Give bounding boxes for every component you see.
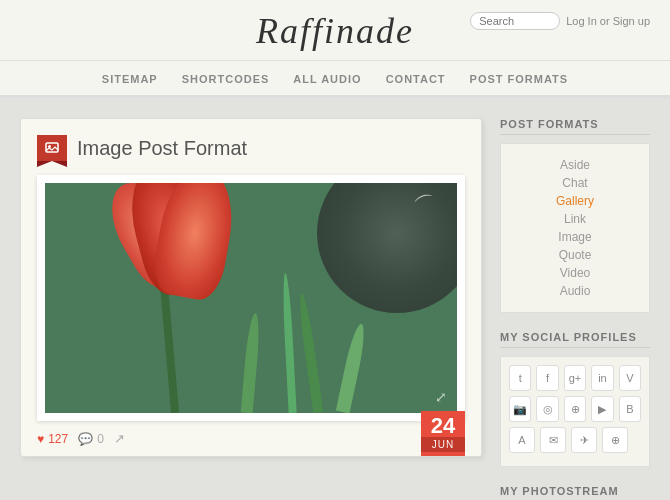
format-gallery[interactable]: Gallery bbox=[501, 192, 649, 210]
photostream-section: MY PHOTOSTREAM bbox=[500, 485, 650, 500]
date-badge: 24 JUN bbox=[421, 411, 465, 456]
date-day: 24 bbox=[421, 415, 465, 437]
format-aside[interactable]: Aside bbox=[501, 156, 649, 174]
linkedin-btn[interactable]: in bbox=[591, 365, 613, 391]
youtube-btn[interactable]: ▶ bbox=[591, 396, 613, 422]
telegram-btn[interactable]: ✈ bbox=[571, 427, 597, 453]
comments-count: 0 bbox=[97, 432, 104, 446]
social-grid: t f g+ in V 📷 ◎ ⊕ ▶ B A bbox=[500, 356, 650, 467]
svg-point-1 bbox=[48, 145, 51, 148]
header: Log In or Sign up Raffinade SITEMAP SHOR… bbox=[0, 0, 670, 98]
post-formats-section: POST FORMATS Aside Chat Gallery Link Ima… bbox=[500, 118, 650, 313]
signup-link[interactable]: Sign up bbox=[613, 15, 650, 27]
social-row-1: t f g+ in V bbox=[509, 365, 641, 391]
photostream-title: MY PHOTOSTREAM bbox=[500, 485, 650, 500]
expand-icon[interactable]: ⤢ bbox=[435, 389, 447, 405]
social-profiles-section: MY SOCIAL PROFILES t f g+ in V 📷 ◎ ⊕ ▶ bbox=[500, 331, 650, 467]
format-image[interactable]: Image bbox=[501, 228, 649, 246]
image-icon bbox=[45, 141, 59, 155]
format-chat[interactable]: Chat bbox=[501, 174, 649, 192]
twitter-btn[interactable]: t bbox=[509, 365, 531, 391]
social-row-3: A ✉ ✈ ⊕ bbox=[509, 427, 641, 453]
flickr-btn[interactable]: ⊕ bbox=[564, 396, 586, 422]
nav-post-formats[interactable]: POST FORMATS bbox=[470, 73, 569, 85]
date-month: JUN bbox=[421, 437, 465, 452]
post-card: Image Post Format bbox=[20, 118, 482, 457]
photo-frame: ⌒ ⤢ bbox=[37, 175, 465, 421]
sidebar: POST FORMATS Aside Chat Gallery Link Ima… bbox=[500, 118, 650, 500]
post-formats-title: POST FORMATS bbox=[500, 118, 650, 135]
auth-links: Log In or Sign up bbox=[566, 15, 650, 27]
auth-separator: or bbox=[600, 15, 610, 27]
post-title: Image Post Format bbox=[77, 137, 247, 160]
search-input[interactable] bbox=[470, 12, 560, 30]
nav-all-audio[interactable]: ALL AUDIO bbox=[293, 73, 361, 85]
likes[interactable]: ♥ 127 bbox=[37, 432, 68, 446]
social-row-2: 📷 ◎ ⊕ ▶ B bbox=[509, 396, 641, 422]
format-quote[interactable]: Quote bbox=[501, 246, 649, 264]
nav-sitemap[interactable]: SITEMAP bbox=[102, 73, 158, 85]
nav-contact[interactable]: CONTACT bbox=[386, 73, 446, 85]
share-icon[interactable]: ↗ bbox=[114, 431, 125, 446]
vimeo-btn[interactable]: V bbox=[619, 365, 641, 391]
post-icon bbox=[37, 135, 67, 161]
main-nav: SITEMAP SHORTCODES ALL AUDIO CONTACT POS… bbox=[0, 60, 670, 97]
heart-icon: ♥ bbox=[37, 432, 44, 446]
behance-btn[interactable]: B bbox=[619, 396, 641, 422]
post-formats-box: Aside Chat Gallery Link Image Quote Vide… bbox=[500, 143, 650, 313]
nav-shortcodes[interactable]: SHORTCODES bbox=[182, 73, 270, 85]
post-footer: ♥ 127 💬 0 ↗ bbox=[37, 421, 465, 456]
main-content: Image Post Format bbox=[0, 98, 670, 500]
lastfm-btn[interactable]: ◎ bbox=[536, 396, 558, 422]
google-plus-btn[interactable]: g+ bbox=[564, 365, 586, 391]
comments[interactable]: 💬 0 bbox=[78, 432, 104, 446]
social-profiles-title: MY SOCIAL PROFILES bbox=[500, 331, 650, 348]
email-btn[interactable]: ✉ bbox=[540, 427, 566, 453]
rss-btn[interactable]: ⊕ bbox=[602, 427, 628, 453]
top-right-actions: Log In or Sign up bbox=[470, 12, 650, 30]
instagram-btn[interactable]: 📷 bbox=[509, 396, 531, 422]
facebook-btn[interactable]: f bbox=[536, 365, 558, 391]
format-audio[interactable]: Audio bbox=[501, 282, 649, 300]
comment-icon: 💬 bbox=[78, 432, 93, 446]
content-area: Image Post Format bbox=[20, 118, 482, 500]
format-video[interactable]: Video bbox=[501, 264, 649, 282]
deviantart-btn[interactable]: A bbox=[509, 427, 535, 453]
login-link[interactable]: Log In bbox=[566, 15, 597, 27]
post-image: ⌒ ⤢ bbox=[45, 183, 457, 413]
likes-count: 127 bbox=[48, 432, 68, 446]
format-link[interactable]: Link bbox=[501, 210, 649, 228]
post-title-bar: Image Post Format bbox=[37, 135, 465, 161]
